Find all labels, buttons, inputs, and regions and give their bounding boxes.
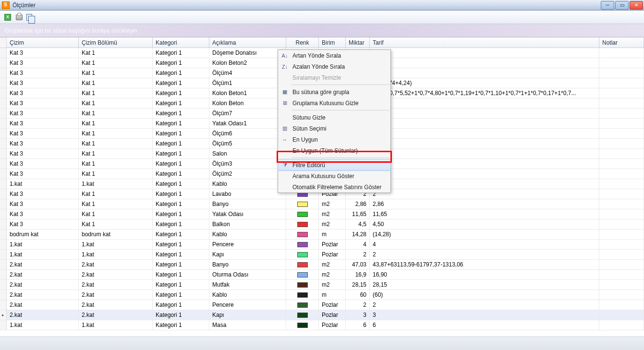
cell[interactable] — [599, 58, 644, 68]
cell[interactable]: 14,28 — [346, 229, 370, 239]
cell[interactable] — [599, 129, 644, 138]
cell[interactable]: Kategori 1 — [153, 250, 209, 259]
cell[interactable]: m2 — [319, 260, 346, 269]
cell[interactable]: m — [319, 229, 346, 239]
cell[interactable]: Kat 1 — [79, 189, 153, 199]
cell[interactable] — [370, 139, 599, 148]
cell[interactable]: Pozlar — [319, 310, 346, 320]
cell[interactable]: Oturma Odası — [209, 270, 286, 279]
cell[interactable]: Pencere — [209, 240, 286, 249]
menu-item[interactable]: Z↓Azalan Yönde Sırala — [278, 61, 390, 72]
cell[interactable]: Kat 3 — [7, 149, 79, 158]
cell[interactable] — [370, 109, 599, 118]
cell[interactable]: Ölçüm2 — [209, 169, 286, 179]
cell[interactable]: Kat 3 — [7, 58, 79, 68]
cell[interactable]: 2 — [346, 250, 370, 259]
cell[interactable]: Yatak Odası — [209, 209, 286, 219]
cell[interactable] — [599, 250, 644, 259]
cell[interactable]: Kategori 1 — [153, 139, 209, 148]
cell[interactable]: Kategori 1 — [153, 229, 209, 239]
cell[interactable]: (60) — [370, 290, 599, 300]
menu-item[interactable]: Sütunu Gizle — [278, 112, 390, 123]
cell[interactable]: Kat 1 — [79, 159, 153, 169]
cell[interactable] — [599, 280, 644, 290]
cell[interactable]: 60 — [346, 290, 370, 300]
cell[interactable]: 2.kat — [79, 310, 153, 320]
cell[interactable]: Kategori 1 — [153, 209, 209, 219]
cell[interactable]: 16,9 — [346, 270, 370, 279]
cell-color[interactable] — [286, 209, 319, 219]
export-excel-button[interactable] — [3, 12, 12, 22]
cell[interactable]: Banyo — [209, 260, 286, 269]
cell[interactable] — [370, 48, 599, 58]
print-button[interactable] — [14, 12, 24, 22]
col-renk[interactable]: Renk — [286, 37, 319, 48]
cell[interactable]: Kablo — [209, 290, 286, 300]
cell[interactable]: Kat 1 — [79, 219, 153, 229]
cell-color[interactable] — [286, 290, 319, 300]
table-row[interactable]: 2.kat2.katKategori 1Kablom60(60) — [0, 290, 644, 300]
minimize-button[interactable]: ─ — [601, 1, 614, 10]
cell[interactable]: Kategori 1 — [153, 149, 209, 158]
cell[interactable]: Kategori 1 — [153, 179, 209, 189]
table-row[interactable]: 1.kat1.katKategori 1KapıPozlar22 — [0, 250, 644, 260]
cell[interactable] — [599, 229, 644, 239]
menu-item[interactable]: En Uygun (Tüm Sütunlar) — [278, 145, 390, 156]
cell[interactable]: 2 — [370, 300, 599, 310]
cell[interactable] — [599, 78, 644, 88]
cell[interactable]: 43,87+63113,59-61797,37-1313,06 — [370, 260, 599, 269]
cell[interactable]: Kategori 1 — [153, 199, 209, 209]
table-row[interactable]: 2.kat2.katKategori 1PencerePozlar22 — [0, 300, 644, 310]
cell[interactable]: Kategori 1 — [153, 270, 209, 279]
cell[interactable]: 6 — [370, 320, 599, 330]
cell[interactable]: 4,5 — [346, 219, 370, 229]
col-birim[interactable]: Birim — [319, 37, 346, 48]
cell[interactable]: 2.kat — [7, 280, 79, 290]
cell-color[interactable] — [286, 199, 319, 209]
cell[interactable]: Kat 1 — [79, 88, 153, 98]
cell[interactable]: Kategori 1 — [153, 119, 209, 128]
cell[interactable]: Kolon Beton — [209, 98, 286, 108]
cell[interactable]: Kat 3 — [7, 109, 79, 118]
menu-item[interactable]: ⊞Gruplama Kutusunu Gizle — [278, 97, 390, 109]
cell[interactable]: Kat 1 — [79, 169, 153, 179]
cell[interactable]: 16,90 — [370, 270, 599, 279]
cell[interactable]: Kat 3 — [7, 139, 79, 148]
cell[interactable] — [599, 119, 644, 128]
table-row[interactable]: 2.kat2.katKategori 1Mutfakm228,1528,15 — [0, 280, 644, 290]
cell[interactable]: 47,03 — [346, 260, 370, 269]
cell[interactable]: Mutfak — [209, 280, 286, 290]
cell[interactable] — [599, 320, 644, 330]
cell[interactable]: Kategori 1 — [153, 280, 209, 290]
cell-color[interactable] — [286, 300, 319, 310]
cell[interactable] — [599, 290, 644, 300]
table-row[interactable]: ▸2.kat2.katKategori 1KapıPozlar33 — [0, 310, 644, 320]
cell[interactable]: Kategori 1 — [153, 88, 209, 98]
cell[interactable]: 2.kat — [7, 310, 79, 320]
cell[interactable]: Pozlar — [319, 240, 346, 249]
cell-color[interactable] — [286, 280, 319, 290]
cell[interactable]: Kategori 1 — [153, 78, 209, 88]
cell[interactable]: m — [319, 290, 346, 300]
cell[interactable]: m2 — [319, 270, 346, 279]
cell[interactable]: Yatak Odası1 — [209, 119, 286, 128]
cell[interactable]: 4 — [346, 240, 370, 249]
cell[interactable]: Kategori 1 — [153, 58, 209, 68]
table-row[interactable]: 2.kat2.katKategori 1Banyom247,0343,87+63… — [0, 260, 644, 270]
cell[interactable]: Kategori 1 — [153, 240, 209, 249]
col-aciklama[interactable]: Açıklama — [209, 37, 286, 48]
cell[interactable] — [599, 300, 644, 310]
cell-color[interactable] — [286, 270, 319, 279]
cell[interactable]: Masa — [209, 320, 286, 330]
cell[interactable] — [599, 159, 644, 169]
cell[interactable]: 1.kat — [79, 320, 153, 330]
cell[interactable]: Kat 1 — [79, 139, 153, 148]
cell[interactable]: (14,28) — [370, 229, 599, 239]
cell[interactable]: Pozlar — [319, 300, 346, 310]
cell-color[interactable] — [286, 320, 319, 330]
cell[interactable]: Ölçüm1 — [209, 78, 286, 88]
cell[interactable] — [599, 240, 644, 249]
menu-item[interactable]: ⧩Filtre Editörü — [278, 159, 391, 171]
cell[interactable]: 11,65 — [370, 209, 599, 219]
cell[interactable]: Kategori 1 — [153, 300, 209, 310]
